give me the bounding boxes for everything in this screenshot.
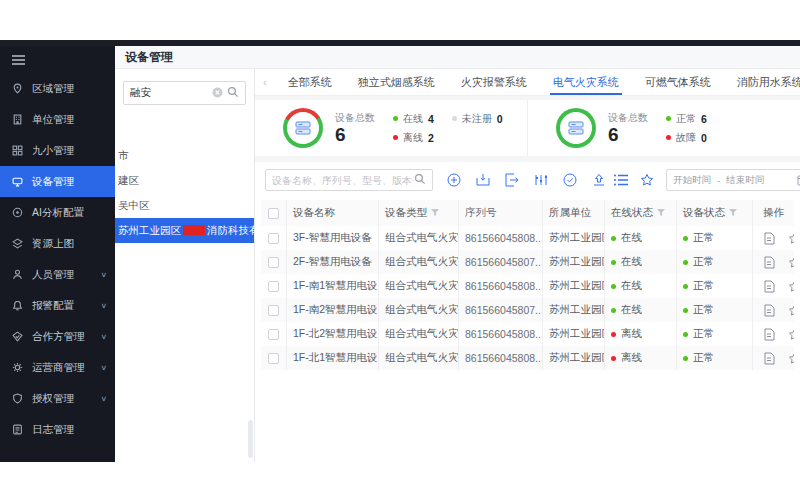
sidebar-item-device[interactable]: 设备管理 xyxy=(0,166,115,197)
row-checkbox[interactable] xyxy=(268,353,279,364)
tab-fire-water[interactable]: 消防用水系统 xyxy=(724,69,800,95)
redaction-block xyxy=(183,225,205,235)
sidebar-item-alarm-config[interactable]: 报警配置 ∨ xyxy=(0,290,115,321)
device-serial: 861566045808... xyxy=(459,322,543,346)
sidebar-item-personnel[interactable]: 人员管理 ∨ xyxy=(0,259,115,290)
upgrade-icon[interactable] xyxy=(592,173,606,187)
device-icon xyxy=(560,112,592,144)
tabs-prev-icon[interactable]: ‹ xyxy=(255,69,275,95)
tree-item[interactable]: 市 xyxy=(115,143,254,168)
device-name: 2F-智慧用电设备 xyxy=(287,250,379,274)
sidebar-item-label: 设备管理 xyxy=(32,175,74,189)
status-dot xyxy=(452,116,457,121)
system-tabs: ‹ 全部系统 独立式烟感系统 火灾报警系统 电气火灾系统 可燃气体系统 消防用水… xyxy=(255,69,800,96)
online-status: 在线 xyxy=(605,274,677,298)
table-row[interactable]: 1F-南2智慧用电设备 组合式电气火灾探... 861566045807... … xyxy=(261,298,794,322)
online-status: 在线 xyxy=(605,250,677,274)
device-search-input[interactable] xyxy=(272,175,414,186)
favorite-icon[interactable] xyxy=(788,328,794,341)
table-row[interactable]: 1F-南1智慧用电设备 组合式电气火灾探... 861566045808... … xyxy=(261,274,794,298)
tab-combustible-gas[interactable]: 可燃气体系统 xyxy=(632,69,724,95)
legend-normal: 正常6 xyxy=(666,112,707,126)
row-checkbox[interactable] xyxy=(268,233,279,244)
tab-fire-alarm[interactable]: 火灾报警系统 xyxy=(448,69,540,95)
date-range-picker[interactable]: 开始时间 - 结束时间 xyxy=(666,169,800,191)
tree-item-selected[interactable]: 苏州工业园区消防科技有限公司 xyxy=(115,218,254,243)
sidebar-item-label: 区域管理 xyxy=(32,82,74,96)
tree-scrollbar[interactable] xyxy=(248,420,253,458)
batch-operation-icon[interactable] xyxy=(534,173,548,187)
device-name: 1F-北1智慧用电设备 xyxy=(287,346,379,370)
table-row[interactable]: 1F-北2智慧用电设备 组合式电气火灾探... 861566045808... … xyxy=(261,322,794,346)
sidebar-item-label: 九小管理 xyxy=(32,144,74,158)
view-list-icon[interactable] xyxy=(614,174,628,186)
tab-all-systems[interactable]: 全部系统 xyxy=(275,69,345,95)
status-dot xyxy=(683,236,688,241)
favorite-icon[interactable] xyxy=(788,304,794,317)
select-all-checkbox[interactable] xyxy=(268,208,279,219)
sidebar-item-log[interactable]: 日志管理 xyxy=(0,414,115,445)
search-icon[interactable] xyxy=(414,171,426,189)
health-ring-chart xyxy=(556,108,596,148)
tab-smoke-detector[interactable]: 独立式烟感系统 xyxy=(345,69,448,95)
import-icon[interactable] xyxy=(476,173,490,187)
menu-toggle-icon[interactable] xyxy=(0,46,115,73)
device-name: 1F-南1智慧用电设备 xyxy=(287,274,379,298)
stat-legend: 在线4 未注册0 离线2 xyxy=(393,112,503,145)
sidebar-item-partner[interactable]: 合作方管理 ∨ xyxy=(0,321,115,352)
device-status: 正常 xyxy=(677,322,753,346)
detail-doc-icon[interactable] xyxy=(763,328,775,341)
table-row[interactable]: 3F-智慧用电设备 组合式电气火灾探... 861566045808... 苏州… xyxy=(261,226,794,250)
filter-icon[interactable] xyxy=(657,209,665,217)
table-row[interactable]: 2F-智慧用电设备 组合式电气火灾探... 861566045807... 苏州… xyxy=(261,250,794,274)
sync-status-icon[interactable] xyxy=(563,173,577,187)
sidebar-item-unit[interactable]: 单位管理 xyxy=(0,104,115,135)
stats-cards: 设备总数 6 在线4 未注册0 离线2 xyxy=(255,100,800,156)
favorite-icon[interactable] xyxy=(788,256,794,269)
filter-icon[interactable] xyxy=(729,209,737,217)
filter-icon[interactable] xyxy=(431,209,439,217)
legend-online: 在线4 xyxy=(393,112,434,126)
tree-item[interactable]: 建区 xyxy=(115,168,254,193)
favorite-icon[interactable] xyxy=(788,280,794,293)
sidebar-item-resource-map[interactable]: 资源上图 xyxy=(0,228,115,259)
favorite-icon[interactable] xyxy=(788,232,794,245)
detail-doc-icon[interactable] xyxy=(763,280,775,293)
row-checkbox[interactable] xyxy=(268,281,279,292)
tree-item[interactable]: 吴中区 xyxy=(115,193,254,218)
search-icon[interactable] xyxy=(227,84,239,102)
add-device-icon[interactable] xyxy=(447,173,461,187)
date-separator: - xyxy=(717,175,720,186)
detail-doc-icon[interactable] xyxy=(763,304,775,317)
sidebar-item-label: 合作方管理 xyxy=(32,330,85,344)
sidebar-item-operator[interactable]: 运营商管理 ∨ xyxy=(0,352,115,383)
detail-doc-icon[interactable] xyxy=(763,352,775,365)
device-serial: 861566045807... xyxy=(459,298,543,322)
device-org: 苏州工业园区... xyxy=(543,274,605,298)
sidebar-item-authorization[interactable]: 授权管理 ∨ xyxy=(0,383,115,414)
table-toolbar: 开始时间 - 结束时间 xyxy=(255,162,800,198)
sidebar-item-jiuxiao[interactable]: 九小管理 xyxy=(0,135,115,166)
device-type: 组合式电气火灾探... xyxy=(379,298,459,322)
bell-icon xyxy=(12,300,24,312)
sidebar-nav: 区域管理 单位管理 九小管理 设备管理 AI分析配置 xyxy=(0,73,115,445)
table-row[interactable]: 1F-北1智慧用电设备 组合式电气火灾探... 861566045808... … xyxy=(261,346,794,370)
row-checkbox[interactable] xyxy=(268,257,279,268)
row-checkbox[interactable] xyxy=(268,305,279,316)
detail-doc-icon[interactable] xyxy=(763,232,775,245)
org-search-input[interactable] xyxy=(130,87,200,99)
stat-value: 6 xyxy=(335,125,375,145)
status-dot xyxy=(611,356,616,361)
export-icon[interactable] xyxy=(505,173,519,187)
favorite-icon[interactable] xyxy=(788,352,794,365)
tab-electrical-fire[interactable]: 电气火灾系统 xyxy=(540,69,632,95)
favorite-star-icon[interactable] xyxy=(640,173,654,187)
clear-icon[interactable] xyxy=(212,84,223,102)
partner-icon xyxy=(12,331,24,343)
row-checkbox[interactable] xyxy=(268,329,279,340)
sidebar-item-ai-config[interactable]: AI分析配置 xyxy=(0,197,115,228)
app-window: 区域管理 单位管理 九小管理 设备管理 AI分析配置 xyxy=(0,40,800,462)
detail-doc-icon[interactable] xyxy=(763,256,775,269)
device-icon xyxy=(287,112,319,144)
sidebar-item-region[interactable]: 区域管理 xyxy=(0,73,115,104)
